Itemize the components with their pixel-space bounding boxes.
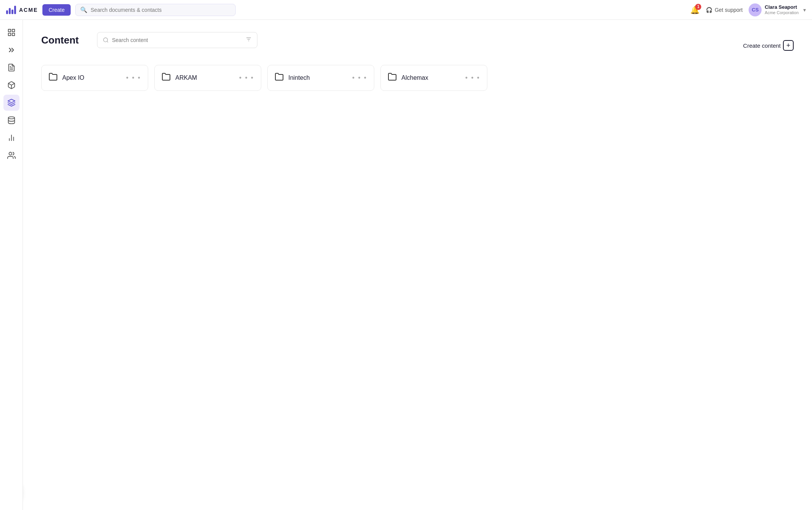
logo[interactable]: ACME [6,6,38,14]
folder-more-button[interactable]: • • • [465,74,480,82]
folder-name: Inintech [288,74,310,81]
folder-icon [49,72,58,84]
support-button[interactable]: 🎧 Get support [706,7,742,13]
svg-point-13 [104,38,108,42]
svg-rect-3 [8,33,10,36]
logo-icon [6,6,16,14]
global-search[interactable]: 🔍 [75,4,236,16]
document-icon [7,63,16,72]
chevrons-right-icon [7,46,16,54]
user-org: Acme Corporation [765,10,799,15]
folders-row: Apex IO • • • ARKAM • • • Inintech • • • [41,65,794,91]
main-content: Content Create content + [23,20,812,510]
chart-icon [7,134,16,142]
sidebar-item-analytics[interactable] [3,130,19,146]
user-menu[interactable]: CS Clara Seaport Acme Corporation ▾ [749,3,806,16]
content-header: Content Create content + [41,32,794,59]
box-icon [7,81,16,89]
folder-name: ARKAM [175,74,197,81]
avatar: CS [749,3,762,16]
folder-card-arkam[interactable]: ARKAM • • • [154,65,261,91]
create-content-button[interactable]: Create content + [743,40,794,51]
topnav: ACME Create 🔍 🔔 1 🎧 Get support CS Clara… [0,0,812,20]
sidebar-item-documents[interactable] [3,60,19,76]
contacts-icon [7,151,16,160]
page-title: Content [41,34,79,46]
folder-card-alchemax[interactable]: Alchemax • • • [380,65,487,91]
search-input[interactable] [91,7,231,13]
user-name: Clara Seaport [765,4,799,10]
sidebar-item-dashboard[interactable] [3,24,19,40]
svg-line-14 [107,41,108,42]
svg-marker-7 [8,99,15,103]
folder-more-button[interactable]: • • • [352,74,367,82]
notification-button[interactable]: 🔔 1 [690,5,700,15]
logo-text: ACME [19,7,38,13]
filter-icon[interactable] [246,36,252,44]
create-content-label: Create content [743,42,781,49]
svg-rect-0 [8,29,10,32]
folder-left: Alchemax [388,72,428,84]
sidebar [0,20,23,510]
folder-icon [162,72,171,84]
svg-rect-1 [12,29,14,32]
plus-icon: + [783,40,794,51]
dashboard-icon [7,28,16,37]
topnav-right: 🔔 1 🎧 Get support CS Clara Seaport Acme … [690,3,806,16]
search-icon: 🔍 [80,6,87,13]
folder-left: ARKAM [162,72,197,84]
folder-name: Apex IO [62,74,84,81]
folder-left: Apex IO [49,72,84,84]
content-search[interactable] [97,32,257,48]
layers-icon [7,98,16,107]
sidebar-item-products[interactable] [3,77,19,93]
folder-name: Alchemax [401,74,428,81]
sidebar-item-contacts[interactable] [3,147,19,163]
support-label: Get support [715,7,742,13]
folder-icon [388,72,397,84]
notification-badge: 1 [695,4,701,10]
user-info: Clara Seaport Acme Corporation [765,4,799,15]
sidebar-item-content[interactable] [3,95,19,111]
sidebar-item-database[interactable] [3,112,19,128]
chevron-down-icon: ▾ [803,7,806,13]
sidebar-item-expand[interactable] [3,42,19,58]
folder-more-button[interactable]: • • • [239,74,254,82]
folder-icon [275,72,284,84]
svg-point-8 [8,117,15,119]
headphone-icon: 🎧 [706,7,712,13]
database-icon [7,116,16,124]
svg-point-12 [9,152,11,155]
create-button[interactable]: Create [42,4,71,16]
folder-left: Inintech [275,72,310,84]
folder-card-apex-io[interactable]: Apex IO • • • [41,65,148,91]
content-search-input[interactable] [112,37,243,43]
content-search-icon [103,37,109,43]
folder-more-button[interactable]: • • • [126,74,141,82]
svg-rect-2 [12,33,14,36]
folder-card-inintech[interactable]: Inintech • • • [267,65,374,91]
